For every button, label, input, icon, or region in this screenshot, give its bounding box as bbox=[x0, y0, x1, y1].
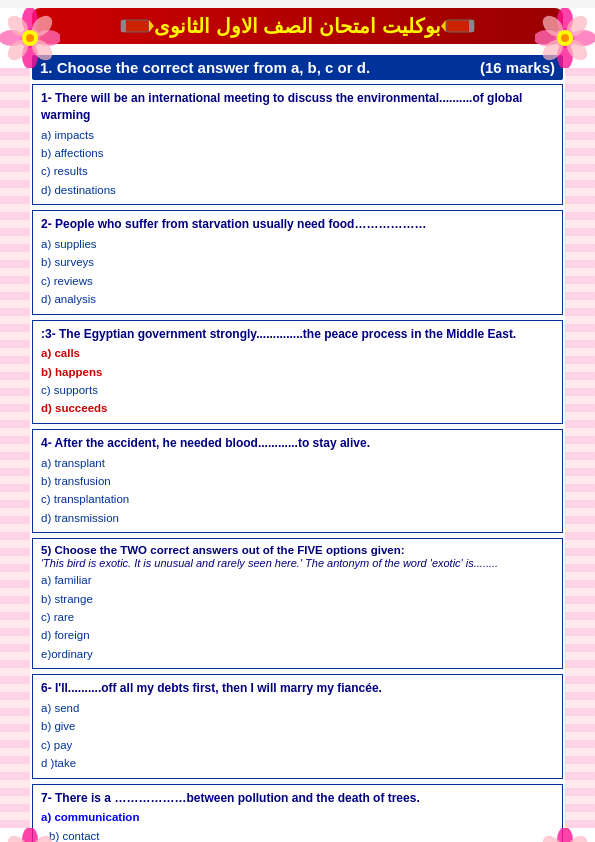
svg-point-21 bbox=[561, 34, 569, 42]
svg-point-10 bbox=[26, 34, 34, 42]
q3-option-d: d) succeeds bbox=[41, 399, 554, 417]
q4-text: 4- After the accident, he needed blood..… bbox=[41, 435, 554, 452]
q2-option-c: c) reviews bbox=[41, 272, 554, 290]
page: بوكليت امتحان الصف الاول الثانوى 1. Choo… bbox=[0, 8, 595, 842]
question-7: 7- There is a ………………between pollution an… bbox=[32, 784, 563, 842]
svg-rect-49 bbox=[469, 20, 474, 32]
q1-body: There will be an international meeting t… bbox=[41, 91, 522, 122]
q5-option-d: d) foreign bbox=[41, 626, 554, 644]
q1-option-c: c) results bbox=[41, 162, 554, 180]
q2-option-d: d) analysis bbox=[41, 290, 554, 308]
corner-decoration-bl bbox=[0, 828, 60, 842]
side-decoration-right bbox=[565, 68, 595, 828]
q7-option-a: a) communication bbox=[41, 808, 554, 826]
q2-option-b: b) surveys bbox=[41, 253, 554, 271]
q1-option-b: b) affections bbox=[41, 144, 554, 162]
q5-quote: 'This bird is exotic. It is unusual and … bbox=[41, 557, 554, 569]
header: بوكليت امتحان الصف الاول الثانوى bbox=[32, 8, 563, 44]
q6-text: 6- I'll..........off all my debts first,… bbox=[41, 680, 554, 697]
question-3: :3- The Egyptian government strongly....… bbox=[32, 320, 563, 424]
q6-number: 6- bbox=[41, 681, 55, 695]
pencil-right-icon bbox=[441, 16, 476, 36]
q2-number: 2- bbox=[41, 217, 55, 231]
svg-point-34 bbox=[557, 828, 573, 842]
main-content: 1. Choose the correct answer from a, b, … bbox=[32, 50, 563, 842]
q1-option-a: a) impacts bbox=[41, 126, 554, 144]
q6-option-d: d )take bbox=[41, 754, 554, 772]
q3-option-a: a) calls bbox=[41, 344, 554, 362]
q7-body: There is a ………………between pollution and t… bbox=[55, 791, 420, 805]
question-5: 5) Choose the TWO correct answers out of… bbox=[32, 538, 563, 669]
q1-number: 1- bbox=[41, 91, 55, 105]
q2-text: 2- People who suffer from starvation usu… bbox=[41, 216, 554, 233]
svg-rect-46 bbox=[121, 20, 126, 32]
header-title: بوكليت امتحان الصف الاول الثانوى bbox=[154, 14, 440, 38]
q5-option-c: c) rare bbox=[41, 608, 554, 626]
corner-decoration-br bbox=[535, 828, 595, 842]
q5-option-a: a) familiar bbox=[41, 571, 554, 589]
question-2: 2- People who suffer from starvation usu… bbox=[32, 210, 563, 314]
q7-number: 7- bbox=[41, 791, 55, 805]
q5-option-e: e)ordinary bbox=[41, 645, 554, 663]
q2-option-a: a) supplies bbox=[41, 235, 554, 253]
q6-body: I'll..........off all my debts first, th… bbox=[55, 681, 382, 695]
q6-option-b: b) give bbox=[41, 717, 554, 735]
q7-text: 7- There is a ………………between pollution an… bbox=[41, 790, 554, 807]
q4-option-b: b) transfusion bbox=[41, 472, 554, 490]
question-6: 6- I'll..........off all my debts first,… bbox=[32, 674, 563, 778]
svg-marker-47 bbox=[441, 20, 446, 32]
q5-number: 5) bbox=[41, 544, 54, 556]
corner-decoration-tl bbox=[0, 8, 60, 68]
q4-body: After the accident, he needed blood.....… bbox=[55, 436, 370, 450]
question-1: 1- There will be an international meetin… bbox=[32, 84, 563, 205]
q3-number: :3- bbox=[41, 327, 59, 341]
q5-body: Choose the TWO correct answers out of th… bbox=[54, 544, 404, 556]
section-title: 1. Choose the correct answer from a, b, … bbox=[40, 59, 370, 76]
side-decoration-left bbox=[0, 68, 30, 828]
q1-text: 1- There will be an international meetin… bbox=[41, 90, 554, 124]
corner-decoration-tr bbox=[535, 8, 595, 68]
q4-option-c: c) transplantation bbox=[41, 490, 554, 508]
q2-body: People who suffer from starvation usuall… bbox=[55, 217, 426, 231]
q3-option-b: b) happens bbox=[41, 363, 554, 381]
q4-option-a: a) transplant bbox=[41, 454, 554, 472]
q6-option-c: c) pay bbox=[41, 736, 554, 754]
q6-option-a: a) send bbox=[41, 699, 554, 717]
svg-point-23 bbox=[22, 828, 38, 842]
pencil-left-icon bbox=[119, 16, 154, 36]
q7-option-b: b) contact bbox=[41, 827, 554, 842]
q4-option-d: d) transmission bbox=[41, 509, 554, 527]
q3-option-c: c) supports bbox=[41, 381, 554, 399]
q3-text: :3- The Egyptian government strongly....… bbox=[41, 326, 554, 343]
q3-body: The Egyptian government strongly........… bbox=[59, 327, 516, 341]
q4-number: 4- bbox=[41, 436, 55, 450]
question-4: 4- After the accident, he needed blood..… bbox=[32, 429, 563, 533]
section-title-bar: 1. Choose the correct answer from a, b, … bbox=[32, 55, 563, 80]
q1-option-d: d) destinations bbox=[41, 181, 554, 199]
q5-text: 5) Choose the TWO correct answers out of… bbox=[41, 544, 554, 556]
q5-option-b: b) strange bbox=[41, 590, 554, 608]
